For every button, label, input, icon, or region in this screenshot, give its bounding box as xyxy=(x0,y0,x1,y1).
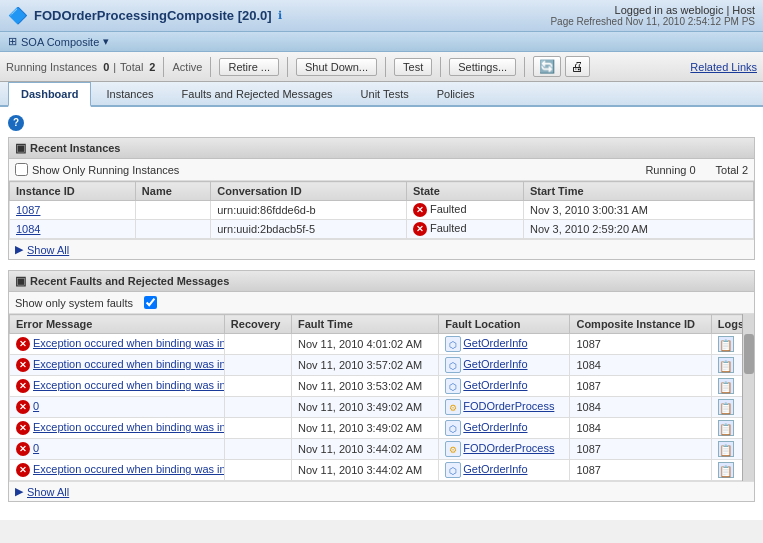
col-start-time: Start Time xyxy=(523,182,753,201)
vertical-scrollbar[interactable] xyxy=(742,314,754,481)
fault-recovery-cell xyxy=(224,355,291,376)
fault-location-link[interactable]: GetOrderInfo xyxy=(463,379,527,391)
col-state: State xyxy=(406,182,523,201)
log-icon[interactable]: 📋 xyxy=(718,441,734,457)
faults-show-all[interactable]: ▶ Show All xyxy=(9,481,754,501)
tab-policies[interactable]: Policies xyxy=(424,82,488,105)
error-link[interactable]: Exception occured when binding was in xyxy=(33,463,224,475)
error-icon: ✕ xyxy=(16,421,30,435)
instance-id-link[interactable]: 1084 xyxy=(16,223,40,235)
faults-collapse-icon[interactable]: ▣ xyxy=(15,274,26,288)
tab-unittests[interactable]: Unit Tests xyxy=(348,82,422,105)
show-all-link[interactable]: Show All xyxy=(27,244,69,256)
error-icon: ✕ xyxy=(16,463,30,477)
instance-conv-id-cell: urn:uuid:2bdacb5f-5 xyxy=(211,220,407,239)
table-row: ✕Exception occured when binding was in N… xyxy=(10,376,754,397)
col-error-message: Error Message xyxy=(10,315,225,334)
fault-error-cell: ✕Exception occured when binding was in xyxy=(10,376,225,397)
related-links-button[interactable]: Related Links xyxy=(690,61,757,73)
instance-id-link[interactable]: 1087 xyxy=(16,204,40,216)
tab-instances[interactable]: Instances xyxy=(93,82,166,105)
instance-name-cell xyxy=(135,220,210,239)
fault-location-link[interactable]: GetOrderInfo xyxy=(463,358,527,370)
fault-location-link[interactable]: FODOrderProcess xyxy=(463,442,554,454)
header-left: 🔷 FODOrderProcessingComposite [20.0] ℹ xyxy=(8,6,282,25)
info-icon[interactable]: ℹ xyxy=(278,9,282,22)
tab-faults[interactable]: Faults and Rejected Messages xyxy=(169,82,346,105)
log-icon[interactable]: 📋 xyxy=(718,399,734,415)
test-button[interactable]: Test xyxy=(394,58,432,76)
log-icon[interactable]: 📋 xyxy=(718,357,734,373)
faulted-icon: ✕ xyxy=(413,203,427,217)
instances-collapse-icon[interactable]: ▣ xyxy=(15,141,26,155)
scrollbar-thumb[interactable] xyxy=(744,334,754,374)
comp-icon: ⬡ xyxy=(445,357,461,373)
soa-dropdown-icon[interactable]: ▾ xyxy=(103,35,109,48)
fault-location-cell: ⬡GetOrderInfo xyxy=(439,376,570,397)
log-icon[interactable]: 📋 xyxy=(718,462,734,478)
col-recovery: Recovery xyxy=(224,315,291,334)
fault-location-link[interactable]: GetOrderInfo xyxy=(463,337,527,349)
recent-faults-header: ▣ Recent Faults and Rejected Messages xyxy=(9,271,754,292)
recent-instances-header: ▣ Recent Instances xyxy=(9,138,754,159)
error-link[interactable]: 0 xyxy=(33,400,39,412)
sep3 xyxy=(287,57,288,77)
error-icon: ✕ xyxy=(16,379,30,393)
shutdown-button[interactable]: Shut Down... xyxy=(296,58,377,76)
fault-location-cell: ⬡GetOrderInfo xyxy=(439,418,570,439)
fault-error-cell: ✕Exception occured when binding was in xyxy=(10,460,225,481)
main-content: ? ▣ Recent Instances Show Only Running I… xyxy=(0,107,763,520)
fault-time-cell: Nov 11, 2010 3:49:02 AM xyxy=(292,397,439,418)
instance-start-time-cell: Nov 3, 2010 3:00:31 AM xyxy=(523,201,753,220)
instance-state-cell: ✕Faulted xyxy=(406,220,523,239)
fault-error-cell: ✕Exception occured when binding was in xyxy=(10,355,225,376)
count-info: Running 0 Total 2 xyxy=(645,164,748,176)
help-icon[interactable]: ? xyxy=(8,115,24,131)
running-info: Running 0 xyxy=(645,164,695,176)
total-count: 2 xyxy=(149,61,155,73)
instance-id-cell[interactable]: 1084 xyxy=(10,220,136,239)
col-composite-instance-id: Composite Instance ID xyxy=(570,315,711,334)
error-link[interactable]: Exception occured when binding was in xyxy=(33,421,224,433)
error-icon: ✕ xyxy=(16,400,30,414)
error-link[interactable]: 0 xyxy=(33,442,39,454)
col-fault-location: Fault Location xyxy=(439,315,570,334)
fault-time-cell: Nov 11, 2010 3:53:02 AM xyxy=(292,376,439,397)
refresh-icon-button[interactable]: 🔄 xyxy=(533,56,561,77)
retire-button[interactable]: Retire ... xyxy=(219,58,279,76)
error-link[interactable]: Exception occured when binding was in xyxy=(33,379,224,391)
comp-icon: ⬡ xyxy=(445,462,461,478)
composite-instance-id-cell: 1087 xyxy=(570,439,711,460)
table-row: 1087 urn:uuid:86fdde6d-b ✕Faulted Nov 3,… xyxy=(10,201,754,220)
faults-show-all-link[interactable]: Show All xyxy=(27,486,69,498)
instance-state-cell: ✕Faulted xyxy=(406,201,523,220)
log-icon[interactable]: 📋 xyxy=(718,336,734,352)
show-system-faults-checkbox[interactable] xyxy=(144,296,157,309)
error-link[interactable]: Exception occured when binding was in xyxy=(33,337,224,349)
composite-instance-id-cell: 1087 xyxy=(570,460,711,481)
recent-instances-title: Recent Instances xyxy=(30,142,120,154)
fault-error-cell: ✕Exception occured when binding was in xyxy=(10,334,225,355)
running-instances-count: 0 xyxy=(103,61,109,73)
fault-recovery-cell xyxy=(224,397,291,418)
fault-location-link[interactable]: GetOrderInfo xyxy=(463,463,527,475)
show-running-checkbox[interactable] xyxy=(15,163,28,176)
error-icon: ✕ xyxy=(16,442,30,456)
print-icon-button[interactable]: 🖨 xyxy=(565,56,590,77)
log-icon[interactable]: 📋 xyxy=(718,420,734,436)
log-icon[interactable]: 📋 xyxy=(718,378,734,394)
composite-instance-id-cell: 1087 xyxy=(570,376,711,397)
tab-dashboard[interactable]: Dashboard xyxy=(8,82,91,107)
fault-time-cell: Nov 11, 2010 3:44:02 AM xyxy=(292,460,439,481)
col-conversation-id: Conversation ID xyxy=(211,182,407,201)
table-row: ✕0 Nov 11, 2010 3:49:02 AM ⚙FODOrderProc… xyxy=(10,397,754,418)
error-link[interactable]: Exception occured when binding was in xyxy=(33,358,224,370)
logged-in-text: Logged in as weblogic | Host xyxy=(550,4,755,16)
recent-faults-section: ▣ Recent Faults and Rejected Messages Sh… xyxy=(8,270,755,502)
settings-button[interactable]: Settings... xyxy=(449,58,516,76)
fault-location-link[interactable]: FODOrderProcess xyxy=(463,400,554,412)
fault-location-link[interactable]: GetOrderInfo xyxy=(463,421,527,433)
instance-id-cell[interactable]: 1087 xyxy=(10,201,136,220)
table-row: ✕Exception occured when binding was in N… xyxy=(10,418,754,439)
instances-show-all[interactable]: ▶ Show All xyxy=(9,239,754,259)
